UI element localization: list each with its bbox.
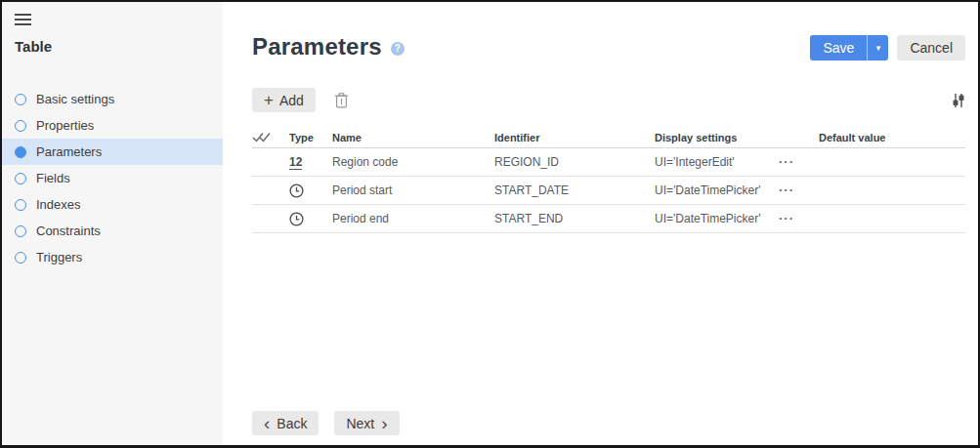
save-split-button: Save ▾ [810, 35, 888, 61]
sidebar-item-triggers[interactable]: Triggers [2, 244, 223, 270]
sidebar-item-label: Properties [36, 118, 94, 133]
caret-down-icon: ▾ [876, 43, 881, 53]
chevron-right-icon: › [381, 414, 387, 432]
sidebar-item-label: Basic settings [36, 92, 114, 106]
param-display-settings: UI='IntegerEdit' [655, 155, 779, 169]
table-row[interactable]: Period end START_END UI='DateTimePicker'… [252, 205, 965, 233]
save-dropdown-button[interactable]: ▾ [867, 35, 888, 61]
col-header-name[interactable]: Name [332, 132, 494, 143]
sidebar-item-label: Parameters [36, 144, 102, 159]
col-header-type[interactable]: Type [289, 132, 332, 143]
page-title: Parameters [252, 33, 382, 61]
table-editor-window: Table Basic settings Properties Paramete… [0, 0, 980, 448]
param-name: Period start [332, 183, 494, 197]
sidebar-item-constraints[interactable]: Constraints [2, 218, 223, 244]
param-display-settings: UI='DateTimePicker' [655, 183, 779, 197]
radio-icon [15, 173, 26, 184]
row-actions-button[interactable]: ··· [779, 157, 819, 167]
add-button[interactable]: + Add [252, 88, 316, 112]
radio-selected-icon [15, 146, 26, 158]
sidebar-nav: Basic settings Properties Parameters Fie… [2, 86, 223, 270]
sidebar-item-properties[interactable]: Properties [2, 112, 223, 139]
col-header-display-settings[interactable]: Display settings [655, 132, 779, 143]
radio-icon [15, 120, 26, 132]
param-identifier: START_DATE [494, 183, 655, 197]
radio-icon [15, 252, 26, 264]
wizard-footer: ‹ Back Next › [252, 411, 400, 435]
clock-icon [289, 212, 332, 226]
save-button[interactable]: Save [810, 35, 867, 61]
param-name: Region code [332, 155, 494, 169]
help-icon[interactable]: ? [391, 42, 405, 56]
radio-icon [15, 225, 26, 237]
cancel-button[interactable]: Cancel [897, 35, 965, 61]
sidebar-item-parameters[interactable]: Parameters [2, 139, 223, 165]
sidebar-item-indexes[interactable]: Indexes [2, 191, 223, 218]
column-settings-icon[interactable] [952, 93, 965, 108]
table-row[interactable]: 12 Region code REGION_ID UI='IntegerEdit… [252, 148, 965, 177]
sidebar: Table Basic settings Properties Paramete… [2, 2, 223, 445]
sidebar-item-label: Triggers [36, 250, 82, 265]
hamburger-menu-icon[interactable] [15, 14, 31, 25]
row-actions-button[interactable]: ··· [779, 185, 819, 195]
radio-icon [15, 94, 26, 105]
next-button[interactable]: Next › [334, 411, 399, 435]
back-button[interactable]: ‹ Back [252, 411, 319, 435]
col-header-default-value[interactable]: Default value [819, 132, 965, 143]
param-identifier: REGION_ID [494, 155, 655, 169]
clock-icon [289, 183, 332, 198]
sidebar-item-label: Indexes [36, 197, 81, 212]
parameters-table: Type Name Identifier Display settings De… [252, 127, 965, 233]
param-name: Period end [332, 212, 494, 225]
double-check-icon[interactable] [252, 132, 289, 143]
sidebar-item-basic-settings[interactable]: Basic settings [2, 86, 223, 112]
back-button-label: Back [277, 416, 307, 431]
toolbar: + Add [252, 88, 965, 112]
sidebar-item-label: Fields [36, 171, 70, 185]
add-button-label: Add [279, 93, 304, 108]
plus-icon: + [264, 92, 274, 108]
integer-type-icon: 12 [289, 155, 332, 170]
sidebar-item-fields[interactable]: Fields [2, 165, 223, 191]
table-header-row: Type Name Identifier Display settings De… [252, 127, 965, 148]
sidebar-title: Table [15, 38, 223, 55]
main-panel: Parameters ? Save ▾ Cancel + Add [223, 2, 980, 445]
table-row[interactable]: Period start START_DATE UI='DateTimePick… [252, 177, 965, 205]
row-actions-button[interactable]: ··· [779, 214, 819, 224]
radio-icon [15, 199, 26, 211]
param-identifier: START_END [494, 212, 655, 225]
next-button-label: Next [346, 416, 374, 431]
col-header-identifier[interactable]: Identifier [494, 132, 655, 143]
trash-icon[interactable] [334, 92, 349, 108]
chevron-left-icon: ‹ [264, 414, 270, 432]
param-display-settings: UI='DateTimePicker' [655, 212, 779, 225]
sidebar-item-label: Constraints [36, 224, 101, 238]
